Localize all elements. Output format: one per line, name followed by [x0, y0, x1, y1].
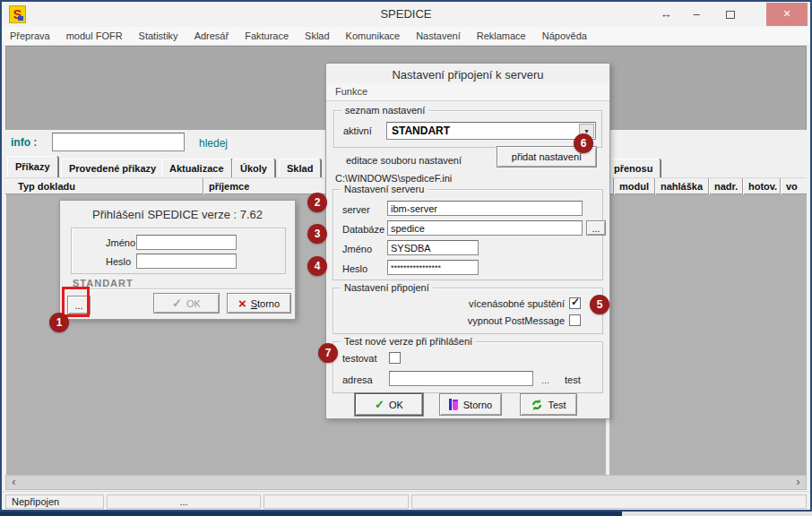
menu-nastaveni[interactable]: Nastavení — [408, 30, 469, 41]
databaze-input[interactable] — [387, 220, 583, 236]
annotation-badge-7: 7 — [318, 343, 338, 363]
vypnout-postmessage-checkbox[interactable] — [569, 314, 581, 326]
server-input[interactable] — [387, 201, 583, 216]
menu-modul-fofr[interactable]: modul FOFR — [58, 30, 131, 41]
menu-reklamace[interactable]: Reklamace — [469, 30, 534, 41]
info-label: info : — [11, 136, 37, 149]
login-fields-panel: Jméno Heslo — [71, 228, 286, 274]
jmeno-label: Jméno — [106, 237, 135, 248]
refresh-icon — [531, 399, 543, 411]
aktivni-combo[interactable]: STANDART ▼ — [386, 122, 596, 140]
databaze-label: Databáze — [342, 224, 384, 235]
menu-preprava[interactable]: Přeprava — [2, 30, 58, 41]
settings-test-button[interactable]: Test — [520, 393, 577, 416]
column-header-hotov[interactable]: hotov. — [742, 178, 780, 194]
seznam-nastaveni-group: seznam nastavení aktivní STANDART ▼ — [333, 110, 602, 148]
nastaveni-pripojeni-group: Nastavení připojení vícenásobné spuštění… — [333, 288, 603, 334]
login-heslo-input[interactable] — [136, 254, 237, 269]
adresa-browse-button[interactable]: ... — [541, 374, 549, 385]
ini-path-label: C:\WINDOWS\spediceF.ini — [335, 173, 452, 184]
adresa-label: adresa — [342, 374, 373, 385]
editace-label: editace souboru nastavení — [346, 155, 462, 166]
menu-komunikace[interactable]: Komunikace — [338, 30, 409, 41]
scroll-right-icon[interactable]: › — [790, 476, 806, 489]
menu-sklad[interactable]: Sklad — [297, 30, 338, 41]
menu-napoveda[interactable]: Nápověda — [534, 30, 595, 41]
ok-check-icon: ✓ — [172, 297, 182, 310]
tab-aktualizace[interactable]: Aktualizace — [161, 159, 232, 177]
adresa-test-link[interactable]: test — [565, 374, 581, 385]
screen: S SPEDICE ↔ – × Přeprava modul FOFR Stat… — [0, 0, 812, 516]
column-header-modul[interactable]: modul — [613, 178, 654, 194]
menu-fakturace[interactable]: Fakturace — [237, 30, 297, 41]
tab-prenosu[interactable]: přenosu — [606, 159, 661, 177]
server-jmeno-input[interactable] — [387, 240, 479, 255]
nastaveni-serveru-group: Nastavení serveru server Databáze ... Jm… — [333, 189, 603, 280]
column-header-typ-dokladu[interactable]: Typ dokladu — [13, 178, 203, 194]
settings-menu-bar: Funkce — [326, 83, 609, 101]
annotation-badge-2: 2 — [307, 193, 327, 212]
vicenasobne-spusteni-label: vícenásobné spuštění — [469, 298, 565, 309]
column-header-nahlaska[interactable]: nahláška — [654, 178, 708, 194]
resize-icon[interactable]: ↔ — [651, 2, 681, 27]
login-ok-button[interactable]: ✓ OK — [153, 293, 220, 314]
tab-ukoly[interactable]: Úkoly — [232, 159, 275, 177]
aktivni-label: aktivní — [343, 125, 372, 136]
annotation-rect-more-button — [62, 287, 90, 317]
test-nove-verze-group: Test nové verze při přihlášení testovat … — [333, 341, 603, 393]
server-jmeno-label: Jméno — [342, 244, 372, 254]
scroll-left-icon[interactable]: ‹ — [6, 476, 22, 489]
tab-provedene-prikazy[interactable]: Provedené příkazy — [61, 159, 164, 177]
login-dialog: Přihlášení SPEDICE verze : 7.62 Jméno He… — [59, 200, 296, 320]
close-icon[interactable]: × — [766, 3, 808, 26]
settings-dialog-title: Nastavení připojení k serveru — [326, 68, 609, 82]
menu-bar: Přeprava modul FOFR Statistiky Adresář F… — [2, 27, 810, 46]
menu-statistiky[interactable]: Statistiky — [131, 30, 186, 41]
storno-x-icon: × — [238, 298, 246, 309]
server-heslo-input[interactable] — [387, 260, 479, 275]
status-panel-4 — [411, 494, 807, 509]
login-separator — [64, 288, 293, 289]
exit-door-icon — [449, 399, 459, 410]
maximize-icon[interactable] — [715, 2, 746, 27]
status-connection: Nepřipojen — [5, 494, 104, 509]
adresa-input[interactable] — [389, 371, 533, 386]
info-search-input[interactable] — [52, 133, 185, 151]
tab-sklad[interactable]: Sklad — [279, 159, 321, 177]
login-jmeno-input[interactable] — [136, 235, 237, 250]
vicenasobne-spusteni-checkbox[interactable]: ✓ — [569, 297, 581, 309]
status-bar: Nepřipojen ... — [2, 491, 810, 510]
status-panel-2: ... — [107, 494, 261, 509]
hledej-link[interactable]: hledej — [199, 137, 228, 150]
login-storno-button[interactable]: × Storno — [227, 293, 291, 314]
column-header-vo[interactable]: vo — [780, 178, 807, 194]
status-panel-3 — [263, 494, 409, 509]
title-bar: S SPEDICE ↔ – × — [2, 2, 810, 27]
vypnout-postmessage-label: vypnout PostMessage — [468, 315, 565, 326]
heslo-label: Heslo — [106, 256, 131, 267]
server-label: server — [342, 204, 370, 215]
databaze-browse-button[interactable]: ... — [586, 220, 606, 236]
minimize-icon[interactable]: – — [681, 2, 712, 27]
annotation-badge-1: 1 — [49, 313, 69, 332]
settings-storno-button[interactable]: Storno — [439, 393, 502, 416]
horizontal-scrollbar[interactable]: ‹ › — [5, 475, 807, 490]
column-header-nadr[interactable]: nadr. — [708, 178, 742, 194]
annotation-badge-4: 4 — [307, 256, 327, 276]
annotation-badge-5: 5 — [590, 295, 609, 314]
settings-dialog: Nastavení připojení k serveru Funkce sez… — [325, 63, 610, 419]
annotation-badge-6: 6 — [574, 133, 593, 153]
testovat-checkbox[interactable] — [389, 352, 401, 364]
funkce-menu[interactable]: Funkce — [335, 86, 367, 97]
login-dialog-title: Přihlášení SPEDICE verze : 7.62 — [60, 208, 295, 221]
tab-prikazy[interactable]: Příkazy — [7, 156, 58, 177]
testovat-label: testovat — [342, 353, 377, 364]
annotation-badge-3: 3 — [307, 224, 327, 244]
ok-check-icon: ✓ — [375, 398, 384, 411]
server-heslo-label: Heslo — [342, 263, 367, 274]
settings-ok-button[interactable]: ✓ OK — [355, 393, 423, 416]
menu-adresar[interactable]: Adresář — [186, 30, 238, 41]
